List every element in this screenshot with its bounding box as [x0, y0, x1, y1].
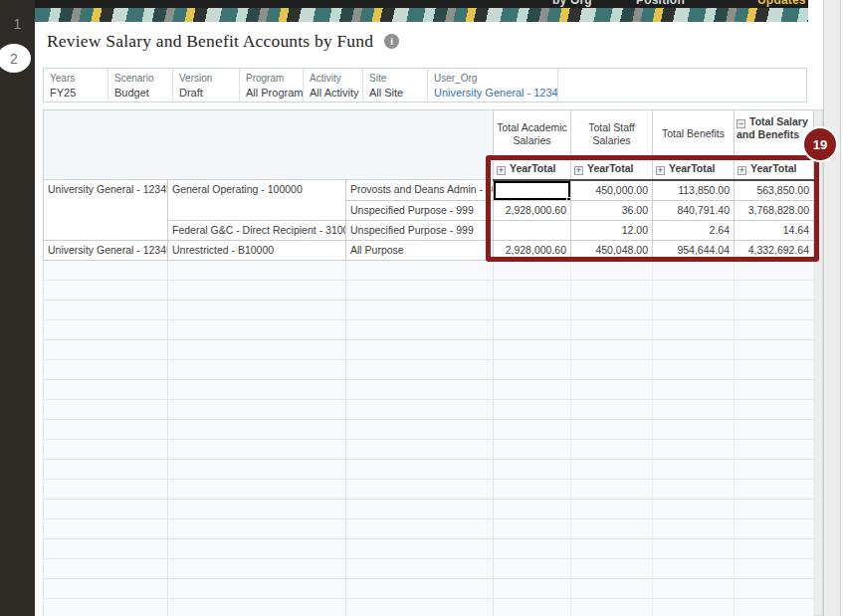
column-header-total-benefits[interactable]: Total Benefits	[653, 110, 735, 158]
empty-value-cell[interactable]	[571, 300, 653, 319]
empty-value-cell[interactable]	[494, 499, 571, 518]
empty-value-cell[interactable]	[653, 538, 735, 558]
step-1-indicator[interactable]: 1	[0, 16, 35, 32]
empty-value-cell[interactable]	[571, 379, 653, 399]
empty-value-cell[interactable]	[571, 479, 653, 499]
empty-value-cell[interactable]	[735, 499, 814, 518]
empty-value-cell[interactable]	[494, 538, 571, 558]
data-cell[interactable]: 563,850.00	[735, 180, 814, 201]
data-cell-selected[interactable]	[494, 180, 571, 201]
empty-value-cell[interactable]	[735, 359, 814, 379]
tab-by-org[interactable]: by Org	[552, 0, 592, 7]
empty-value-cell[interactable]	[653, 518, 735, 538]
empty-value-cell[interactable]	[735, 379, 814, 399]
grid-vertical-scrollbar[interactable]	[813, 109, 823, 616]
empty-value-cell[interactable]	[571, 339, 653, 359]
data-cell[interactable]: 113,850.00	[653, 180, 735, 201]
empty-value-cell[interactable]	[735, 598, 814, 616]
empty-value-cell[interactable]	[653, 399, 735, 419]
empty-value-cell[interactable]	[653, 479, 735, 499]
empty-value-cell[interactable]	[735, 300, 814, 319]
empty-value-cell[interactable]	[653, 339, 735, 359]
empty-value-cell[interactable]	[571, 399, 653, 419]
pov-site[interactable]: Site All Site	[363, 69, 428, 102]
empty-value-cell[interactable]	[571, 578, 653, 598]
info-icon[interactable]: i	[384, 34, 399, 49]
empty-value-cell[interactable]	[735, 419, 814, 439]
data-cell[interactable]: 3,768,828.00	[735, 200, 814, 220]
tab-updates[interactable]: Updates	[757, 0, 806, 7]
period-header-yeartotal[interactable]: +YearTotal	[735, 158, 814, 180]
empty-value-cell[interactable]	[494, 459, 571, 479]
empty-value-cell[interactable]	[653, 280, 735, 300]
empty-value-cell[interactable]	[653, 598, 735, 616]
pov-user-org[interactable]: User_Org University General - 12345	[428, 69, 558, 102]
empty-value-cell[interactable]	[735, 439, 814, 459]
empty-value-cell[interactable]	[653, 300, 735, 319]
empty-value-cell[interactable]	[653, 319, 735, 339]
empty-value-cell[interactable]	[653, 260, 735, 280]
data-cell[interactable]: 36.00	[571, 200, 653, 220]
pov-member-value[interactable]: FY25	[50, 86, 104, 100]
empty-value-cell[interactable]	[571, 538, 653, 558]
empty-value-cell[interactable]	[653, 558, 735, 578]
empty-value-cell[interactable]	[571, 319, 653, 339]
data-cell[interactable]: 4,332,692.64	[735, 240, 814, 260]
empty-value-cell[interactable]	[494, 578, 571, 598]
empty-value-cell[interactable]	[494, 399, 571, 419]
pov-member-value[interactable]: All Program	[246, 86, 299, 100]
empty-value-cell[interactable]	[735, 518, 814, 538]
empty-value-cell[interactable]	[571, 499, 653, 518]
data-cell[interactable]: 2,928,000.60	[494, 240, 571, 260]
empty-value-cell[interactable]	[571, 439, 653, 459]
empty-value-cell[interactable]	[571, 280, 653, 300]
empty-value-cell[interactable]	[494, 558, 571, 578]
data-cell[interactable]	[494, 220, 571, 240]
empty-value-cell[interactable]	[735, 578, 814, 598]
empty-value-cell[interactable]	[735, 260, 814, 280]
data-cell[interactable]: 14.64	[735, 220, 814, 240]
pov-program[interactable]: Program All Program	[240, 69, 304, 102]
page-scrollbar-gutter[interactable]	[823, 0, 841, 616]
empty-value-cell[interactable]	[653, 379, 735, 399]
period-header-yeartotal[interactable]: +YearTotal	[571, 158, 653, 180]
data-cell[interactable]: 2,928,000.60	[494, 200, 571, 220]
empty-value-cell[interactable]	[735, 339, 814, 359]
cell-fill-handle[interactable]	[566, 197, 571, 201]
data-cell[interactable]: 954,644.04	[653, 240, 735, 260]
empty-value-cell[interactable]	[735, 459, 814, 479]
empty-value-cell[interactable]	[653, 419, 735, 439]
empty-value-cell[interactable]	[653, 439, 735, 459]
empty-value-cell[interactable]	[494, 300, 571, 319]
empty-value-cell[interactable]	[653, 459, 735, 479]
empty-value-cell[interactable]	[494, 280, 571, 300]
column-header-total-academic-salaries[interactable]: Total Academic Salaries	[494, 110, 571, 158]
pov-version[interactable]: Version Draft	[173, 69, 240, 102]
tab-position[interactable]: Position	[636, 0, 685, 7]
pov-scenario[interactable]: Scenario Budget	[108, 69, 173, 102]
empty-value-cell[interactable]	[494, 319, 571, 339]
empty-value-cell[interactable]	[494, 339, 571, 359]
empty-value-cell[interactable]	[735, 319, 814, 339]
column-header-total-salary-and-benefits[interactable]: −Total Salary and Benefits	[735, 110, 814, 158]
empty-value-cell[interactable]	[494, 260, 571, 280]
pov-member-value[interactable]: All Activity	[310, 86, 358, 100]
period-header-yeartotal[interactable]: +YearTotal	[653, 158, 735, 180]
pov-activity[interactable]: Activity All Activity	[304, 69, 363, 102]
empty-value-cell[interactable]	[494, 598, 571, 616]
empty-value-cell[interactable]	[735, 280, 814, 300]
empty-value-cell[interactable]	[735, 538, 814, 558]
empty-value-cell[interactable]	[571, 598, 653, 616]
empty-value-cell[interactable]	[653, 499, 735, 518]
empty-value-cell[interactable]	[494, 518, 571, 538]
step-2-indicator[interactable]: 2	[0, 44, 31, 73]
expand-icon[interactable]: +	[656, 166, 665, 175]
empty-value-cell[interactable]	[735, 558, 814, 578]
pov-member-value[interactable]: All Site	[369, 86, 423, 100]
pov-years[interactable]: Years FY25	[44, 69, 108, 102]
empty-value-cell[interactable]	[735, 399, 814, 419]
expand-icon[interactable]: +	[574, 166, 583, 175]
empty-value-cell[interactable]	[494, 479, 571, 499]
empty-value-cell[interactable]	[571, 359, 653, 379]
empty-value-cell[interactable]	[494, 379, 571, 399]
